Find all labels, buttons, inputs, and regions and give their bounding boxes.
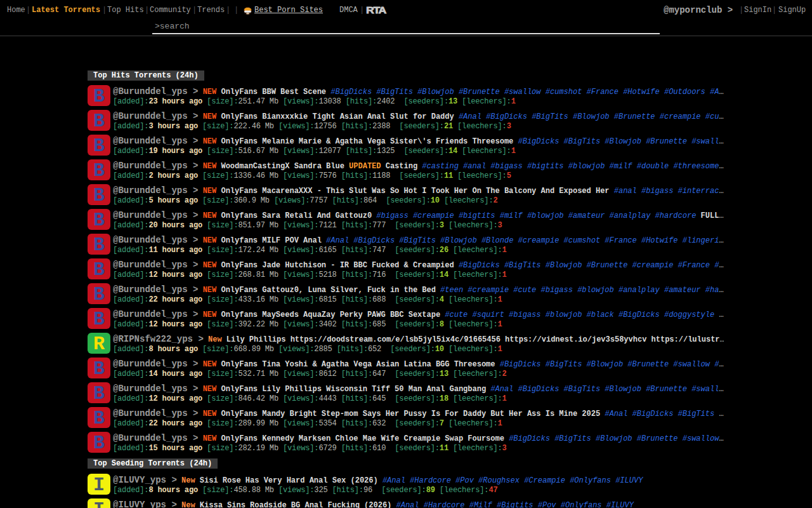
svg-text:RTA: RTA xyxy=(366,4,386,15)
